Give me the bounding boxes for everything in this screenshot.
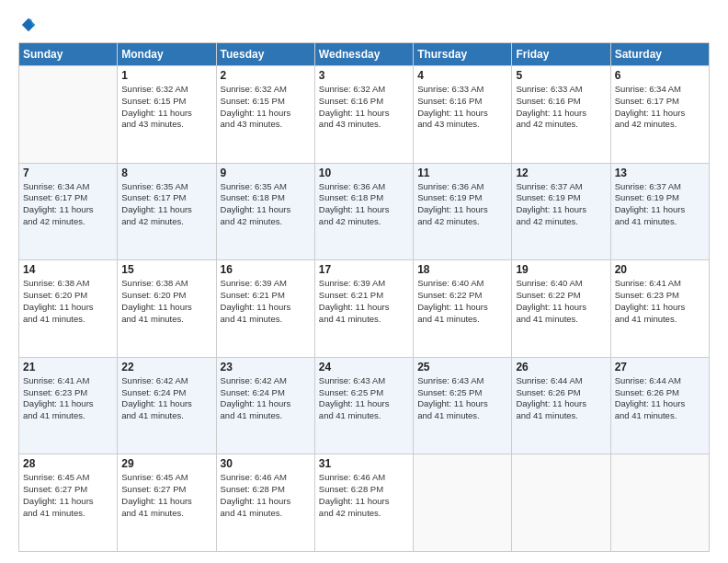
day-info: Sunrise: 6:32 AM Sunset: 6:15 PM Dayligh…	[121, 84, 211, 131]
weekday-header-friday: Friday	[512, 43, 610, 66]
weekday-header-sunday: Sunday	[19, 43, 118, 66]
day-info: Sunrise: 6:32 AM Sunset: 6:16 PM Dayligh…	[319, 84, 409, 131]
weekday-header-tuesday: Tuesday	[216, 43, 314, 66]
day-number: 21	[23, 361, 113, 373]
day-number: 26	[516, 361, 606, 373]
calendar-cell: 9Sunrise: 6:35 AM Sunset: 6:18 PM Daylig…	[216, 163, 314, 260]
day-number: 23	[221, 361, 311, 373]
weekday-header-row: SundayMondayTuesdayWednesdayThursdayFrid…	[19, 43, 710, 66]
day-info: Sunrise: 6:42 AM Sunset: 6:24 PM Dayligh…	[221, 375, 311, 422]
day-number: 7	[23, 167, 113, 179]
day-info: Sunrise: 6:34 AM Sunset: 6:17 PM Dayligh…	[615, 84, 705, 131]
calendar-cell: 13Sunrise: 6:37 AM Sunset: 6:19 PM Dayli…	[610, 163, 709, 260]
day-number: 28	[23, 457, 113, 470]
day-number: 20	[615, 263, 705, 276]
calendar-table: SundayMondayTuesdayWednesdayThursdayFrid…	[18, 42, 710, 552]
day-number: 30	[221, 457, 311, 470]
calendar-cell: 6Sunrise: 6:34 AM Sunset: 6:17 PM Daylig…	[610, 66, 709, 164]
weekday-header-saturday: Saturday	[610, 43, 709, 66]
day-info: Sunrise: 6:46 AM Sunset: 6:28 PM Dayligh…	[221, 472, 311, 519]
calendar-cell: 31Sunrise: 6:46 AM Sunset: 6:28 PM Dayli…	[314, 454, 413, 552]
day-info: Sunrise: 6:43 AM Sunset: 6:25 PM Dayligh…	[417, 375, 507, 422]
day-number: 29	[121, 457, 211, 470]
calendar-cell: 21Sunrise: 6:41 AM Sunset: 6:23 PM Dayli…	[19, 357, 118, 454]
calendar-cell: 7Sunrise: 6:34 AM Sunset: 6:17 PM Daylig…	[19, 163, 118, 260]
calendar-cell: 4Sunrise: 6:33 AM Sunset: 6:16 PM Daylig…	[414, 66, 512, 164]
calendar-cell: 22Sunrise: 6:42 AM Sunset: 6:24 PM Dayli…	[118, 357, 216, 454]
calendar-cell: 30Sunrise: 6:46 AM Sunset: 6:28 PM Dayli…	[216, 454, 314, 552]
day-info: Sunrise: 6:44 AM Sunset: 6:26 PM Dayligh…	[516, 375, 606, 422]
calendar-cell: 11Sunrise: 6:36 AM Sunset: 6:19 PM Dayli…	[414, 163, 512, 260]
day-info: Sunrise: 6:43 AM Sunset: 6:25 PM Dayligh…	[319, 375, 409, 422]
day-number: 18	[417, 263, 507, 276]
day-number: 9	[221, 167, 311, 179]
day-number: 27	[615, 361, 705, 373]
calendar-week-row: 21Sunrise: 6:41 AM Sunset: 6:23 PM Dayli…	[19, 357, 710, 454]
day-info: Sunrise: 6:45 AM Sunset: 6:27 PM Dayligh…	[121, 472, 211, 519]
weekday-header-thursday: Thursday	[414, 43, 512, 66]
calendar-cell: 26Sunrise: 6:44 AM Sunset: 6:26 PM Dayli…	[512, 357, 610, 454]
weekday-header-wednesday: Wednesday	[314, 43, 413, 66]
calendar-week-row: 7Sunrise: 6:34 AM Sunset: 6:17 PM Daylig…	[19, 163, 710, 260]
header	[18, 17, 710, 33]
day-info: Sunrise: 6:41 AM Sunset: 6:23 PM Dayligh…	[23, 375, 113, 422]
calendar-cell: 8Sunrise: 6:35 AM Sunset: 6:17 PM Daylig…	[118, 163, 216, 260]
day-info: Sunrise: 6:36 AM Sunset: 6:18 PM Dayligh…	[319, 181, 409, 228]
calendar-cell	[512, 454, 610, 552]
day-number: 12	[516, 167, 606, 179]
calendar-cell: 19Sunrise: 6:40 AM Sunset: 6:22 PM Dayli…	[512, 260, 610, 358]
day-number: 11	[417, 167, 507, 179]
calendar-cell: 17Sunrise: 6:39 AM Sunset: 6:21 PM Dayli…	[314, 260, 413, 358]
calendar-cell: 12Sunrise: 6:37 AM Sunset: 6:19 PM Dayli…	[512, 163, 610, 260]
day-number: 31	[319, 457, 409, 470]
day-info: Sunrise: 6:41 AM Sunset: 6:23 PM Dayligh…	[615, 278, 705, 325]
day-number: 25	[417, 361, 507, 373]
day-number: 10	[319, 167, 409, 179]
calendar-cell: 29Sunrise: 6:45 AM Sunset: 6:27 PM Dayli…	[118, 454, 216, 552]
calendar-cell: 16Sunrise: 6:39 AM Sunset: 6:21 PM Dayli…	[216, 260, 314, 358]
calendar-cell: 10Sunrise: 6:36 AM Sunset: 6:18 PM Dayli…	[314, 163, 413, 260]
day-number: 1	[121, 69, 211, 82]
day-number: 22	[121, 361, 211, 373]
day-info: Sunrise: 6:34 AM Sunset: 6:17 PM Dayligh…	[23, 181, 113, 228]
day-info: Sunrise: 6:40 AM Sunset: 6:22 PM Dayligh…	[417, 278, 507, 325]
day-info: Sunrise: 6:46 AM Sunset: 6:28 PM Dayligh…	[319, 472, 409, 519]
calendar-cell: 1Sunrise: 6:32 AM Sunset: 6:15 PM Daylig…	[118, 66, 216, 164]
day-info: Sunrise: 6:45 AM Sunset: 6:27 PM Dayligh…	[23, 472, 113, 519]
day-info: Sunrise: 6:39 AM Sunset: 6:21 PM Dayligh…	[221, 278, 311, 325]
day-number: 5	[516, 69, 606, 82]
calendar-cell	[19, 66, 118, 164]
calendar-cell	[610, 454, 709, 552]
day-number: 13	[615, 167, 705, 179]
calendar-cell: 24Sunrise: 6:43 AM Sunset: 6:25 PM Dayli…	[314, 357, 413, 454]
day-number: 19	[516, 263, 606, 276]
day-info: Sunrise: 6:44 AM Sunset: 6:26 PM Dayligh…	[615, 375, 705, 422]
day-info: Sunrise: 6:35 AM Sunset: 6:17 PM Dayligh…	[121, 181, 211, 228]
day-number: 4	[417, 69, 507, 82]
weekday-header-monday: Monday	[118, 43, 216, 66]
calendar-cell: 2Sunrise: 6:32 AM Sunset: 6:15 PM Daylig…	[216, 66, 314, 164]
day-number: 3	[319, 69, 409, 82]
calendar-week-row: 14Sunrise: 6:38 AM Sunset: 6:20 PM Dayli…	[19, 260, 710, 358]
calendar-week-row: 1Sunrise: 6:32 AM Sunset: 6:15 PM Daylig…	[19, 66, 710, 164]
calendar-cell: 14Sunrise: 6:38 AM Sunset: 6:20 PM Dayli…	[19, 260, 118, 358]
calendar-cell: 23Sunrise: 6:42 AM Sunset: 6:24 PM Dayli…	[216, 357, 314, 454]
day-info: Sunrise: 6:39 AM Sunset: 6:21 PM Dayligh…	[319, 278, 409, 325]
calendar-cell: 18Sunrise: 6:40 AM Sunset: 6:22 PM Dayli…	[414, 260, 512, 358]
page: SundayMondayTuesdayWednesdayThursdayFrid…	[0, 0, 728, 563]
day-info: Sunrise: 6:37 AM Sunset: 6:19 PM Dayligh…	[516, 181, 606, 228]
calendar-cell: 20Sunrise: 6:41 AM Sunset: 6:23 PM Dayli…	[610, 260, 709, 358]
day-number: 2	[221, 69, 311, 82]
calendar-week-row: 28Sunrise: 6:45 AM Sunset: 6:27 PM Dayli…	[19, 454, 710, 552]
calendar-cell: 3Sunrise: 6:32 AM Sunset: 6:16 PM Daylig…	[314, 66, 413, 164]
day-number: 14	[23, 263, 113, 276]
logo	[18, 17, 37, 33]
calendar-cell	[414, 454, 512, 552]
day-number: 15	[121, 263, 211, 276]
day-number: 6	[615, 69, 705, 82]
day-info: Sunrise: 6:33 AM Sunset: 6:16 PM Dayligh…	[417, 84, 507, 131]
logo-icon	[20, 17, 37, 33]
calendar-cell: 25Sunrise: 6:43 AM Sunset: 6:25 PM Dayli…	[414, 357, 512, 454]
calendar-cell: 27Sunrise: 6:44 AM Sunset: 6:26 PM Dayli…	[610, 357, 709, 454]
day-info: Sunrise: 6:33 AM Sunset: 6:16 PM Dayligh…	[516, 84, 606, 131]
